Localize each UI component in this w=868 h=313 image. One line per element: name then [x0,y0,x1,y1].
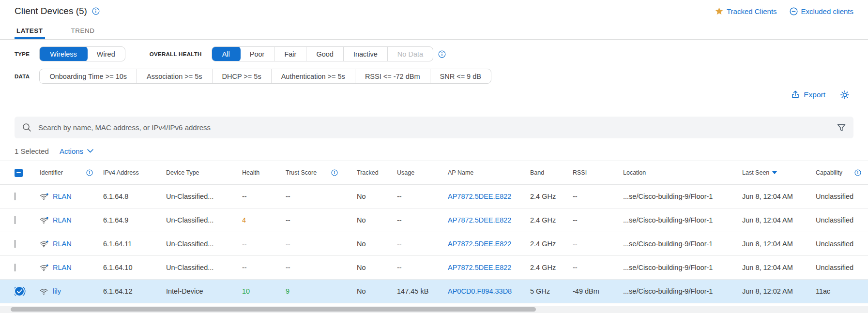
health-option-no-data: No Data [388,47,433,61]
usage-cell: -- [397,193,448,200]
ap-name-link[interactable]: AP7872.5DEE.E822 [448,240,511,248]
star-icon [715,7,723,15]
row-checkbox[interactable] [15,240,15,248]
table-row[interactable]: RLAN 6.1.64.9 Un-Classified... 4 -- No -… [0,209,868,232]
col-tracked[interactable]: Tracked [357,169,379,176]
col-ipv4[interactable]: IPv4 Address [103,169,139,176]
tab-latest[interactable]: LATEST [15,24,45,39]
col-location[interactable]: Location [623,169,646,176]
client-link[interactable]: RLAN [53,264,72,271]
actions-dropdown[interactable]: Actions [60,147,93,155]
col-device-type[interactable]: Device Type [166,169,199,176]
client-link[interactable]: RLAN [53,193,72,200]
col-health[interactable]: Health [242,169,259,176]
data-option-dhcp[interactable]: DHCP >= 5s [213,69,272,83]
select-all-checkbox[interactable] [15,169,23,177]
type-option-wireless[interactable]: Wireless [39,46,88,61]
col-capability[interactable]: Capability [816,169,842,176]
col-band[interactable]: Band [530,169,544,176]
export-button[interactable]: Export [791,90,825,99]
ap-name-link[interactable]: AP7872.5DEE.E822 [448,264,511,271]
health-option-inactive[interactable]: Inactive [344,47,388,61]
excluded-clients-link[interactable]: Excluded clients [790,7,853,15]
health-option-poor[interactable]: Poor [240,47,275,61]
tab-trend[interactable]: TREND [69,24,97,39]
type-health-filter-row: TYPE Wireless Wired OVERALL HEALTH All P… [0,46,868,61]
col-usage[interactable]: Usage [397,169,414,176]
data-segmented-control: Onboarding Time >= 10s Association >= 5s… [39,69,491,84]
overall-health-info-icon[interactable] [438,50,446,58]
col-last-seen[interactable]: Last Seen [742,169,769,176]
capability-info-icon[interactable] [854,169,861,176]
data-filter-row: DATA Onboarding Time >= 10s Association … [0,69,868,84]
type-label: TYPE [15,51,30,57]
wifi-client-icon [40,217,48,224]
page-title: Client Devices (5) [15,6,87,16]
usage-cell: -- [397,264,448,271]
sort-desc-icon[interactable] [772,171,777,174]
row-checkbox[interactable] [15,216,15,224]
last-seen-cell: Jun 8, 12:04 AM [742,216,816,224]
row-checkbox[interactable] [15,264,15,271]
export-row: Export [0,88,868,102]
location-cell: ...se/Cisco-building-9/Floor-1 [623,264,742,271]
col-identifier[interactable]: Identifier [40,169,63,176]
tracked-cell: No [357,240,397,248]
band-cell: 2.4 GHz [530,264,573,271]
top-links: Tracked Clients Excluded clients [715,7,853,15]
data-option-association[interactable]: Association >= 5s [137,69,212,83]
title-info-icon[interactable] [92,7,100,15]
col-ap-name[interactable]: AP Name [448,169,473,176]
client-link[interactable]: lily [53,287,61,295]
search-input[interactable] [38,123,830,132]
data-option-snr[interactable]: SNR <= 9 dB [430,69,491,83]
data-option-onboarding[interactable]: Onboarding Time >= 10s [40,69,137,83]
tracked-cell: No [357,216,397,224]
table-row[interactable]: RLAN 6.1.64.10 Un-Classified... -- -- No… [0,256,868,280]
col-trust-score[interactable]: Trust Score [286,169,317,176]
last-seen-cell: Jun 8, 12:04 AM [742,240,816,248]
usage-cell: 147.45 kB [397,287,448,295]
device-type-cell: Un-Classified... [166,264,242,271]
filter-funnel-icon[interactable] [837,124,846,132]
col-rssi[interactable]: RSSI [573,169,587,176]
trust-score-info-icon[interactable] [331,169,338,176]
rssi-cell: -49 dBm [573,287,623,295]
device-type-cell: Un-Classified... [166,216,242,224]
client-link[interactable]: RLAN [53,240,72,248]
trust-score-cell: -- [286,193,357,200]
row-checkbox-checked[interactable] [15,287,24,296]
horizontal-scrollbar[interactable] [0,306,868,313]
device-type-cell: Un-Classified... [166,193,242,200]
trust-score-cell: -- [286,240,357,248]
health-option-good[interactable]: Good [306,47,343,61]
ap-name-link[interactable]: AP7872.5DEE.E822 [448,216,511,224]
ipv4-cell: 6.1.64.11 [103,240,166,248]
trust-score-cell: -- [286,216,357,224]
table-row[interactable]: RLAN 6.1.64.11 Un-Classified... -- -- No… [0,232,868,256]
horizontal-scrollbar-thumb[interactable] [11,307,536,312]
settings-gear-icon[interactable] [840,90,850,100]
row-checkbox[interactable] [15,193,15,200]
type-option-wired[interactable]: Wired [87,47,125,61]
ap-name-link[interactable]: AP7872.5DEE.E822 [448,193,511,200]
capability-cell: Unclassified [816,216,868,224]
client-link[interactable]: RLAN [53,216,72,224]
data-option-rssi[interactable]: RSSI <= -72 dBm [355,69,430,83]
health-option-all[interactable]: All [212,46,241,61]
tracked-clients-link[interactable]: Tracked Clients [715,7,777,15]
last-seen-cell: Jun 8, 12:04 AM [742,193,816,200]
table-row[interactable]: RLAN 6.1.64.8 Un-Classified... -- -- No … [0,185,868,209]
type-segmented-control: Wireless Wired [39,46,125,61]
actions-label: Actions [60,147,83,155]
ap-name-link[interactable]: AP0CD0.F894.33D8 [448,287,512,295]
client-devices-page: Client Devices (5) Tracked Clients Exclu… [0,0,868,313]
location-cell: ...se/Cisco-building-9/Floor-1 [623,287,742,295]
health-cell: -- [242,193,286,200]
identifier-info-icon[interactable] [86,169,93,176]
capability-cell: Unclassified [816,264,868,271]
health-option-fair[interactable]: Fair [274,47,306,61]
band-cell: 5 GHz [530,287,573,295]
table-row-selected[interactable]: lily 6.1.64.12 Intel-Device 10 9 No 147.… [0,280,868,303]
data-option-authentication[interactable]: Authentication >= 5s [272,69,355,83]
